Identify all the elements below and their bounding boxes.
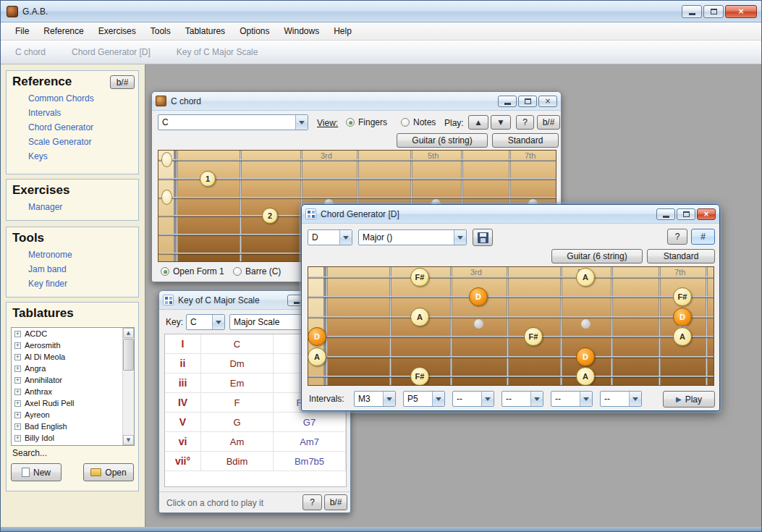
menu-file[interactable]: File [8, 23, 36, 39]
key-select[interactable]: C [186, 314, 225, 330]
tab-key-of-c-major-scale[interactable]: Key of C Major Scale [177, 47, 258, 57]
notes-radio[interactable]: Notes [401, 117, 436, 127]
interval-combo-2[interactable]: P5 [403, 391, 445, 407]
tablature-item-bad-english[interactable]: +Bad English [12, 421, 134, 432]
minimize-button[interactable] [656, 208, 675, 220]
note-a-string-5[interactable]: A [308, 347, 326, 366]
chord-select[interactable]: C [158, 114, 308, 130]
minimize-button[interactable] [682, 5, 702, 18]
close-button[interactable]: × [725, 5, 757, 18]
note-a-string-4[interactable]: A [673, 327, 692, 346]
menu-windows[interactable]: Windows [276, 23, 326, 39]
reference-scale-generator[interactable]: Scale Generator [7, 135, 138, 149]
flat-sharp-toggle-button[interactable]: b/# [324, 494, 347, 510]
chord-type-select[interactable]: Major () [358, 229, 467, 245]
root-note-select[interactable]: D [308, 229, 352, 245]
scrollbar[interactable]: ▲ ▼ [122, 328, 134, 445]
interval-combo-5[interactable]: -- [551, 391, 593, 407]
guitar-tuning-button[interactable]: Guitar (6 string) [551, 249, 643, 263]
expand-plus-icon[interactable]: + [14, 435, 21, 442]
chord-cell[interactable]: C [201, 334, 274, 353]
note-fsharp-string-1[interactable]: F# [410, 268, 429, 287]
search-label[interactable]: Search... [12, 448, 47, 458]
chord-cell[interactable]: G [201, 413, 274, 431]
barre-form-radio[interactable]: Barre (C) [233, 266, 281, 276]
help-button[interactable]: ? [516, 115, 534, 130]
open-button[interactable]: Open [83, 463, 134, 481]
interval-combo-3[interactable]: -- [452, 391, 494, 407]
tablature-item-aerosmith[interactable]: +Aerosmith [12, 339, 134, 351]
standard-tuning-button[interactable]: Standard [492, 133, 559, 148]
expand-plus-icon[interactable]: + [14, 389, 21, 395]
play-up-button[interactable]: ▲ [468, 115, 488, 130]
expand-plus-icon[interactable]: + [14, 331, 21, 337]
expand-plus-icon[interactable]: + [14, 366, 21, 372]
root-note-d-string-5[interactable]: D [576, 347, 595, 366]
maximize-button[interactable] [518, 96, 537, 107]
standard-tuning-button[interactable]: Standard [647, 249, 715, 263]
expand-plus-icon[interactable]: + [14, 354, 21, 360]
root-note-d-string-4[interactable]: D [308, 327, 326, 346]
tablature-item-anthrax[interactable]: +Anthrax [12, 386, 134, 397]
maximize-button[interactable] [703, 5, 724, 18]
tablature-item-annihilator[interactable]: +Annihilator [12, 374, 134, 386]
open-form-radio[interactable]: Open Form 1 [161, 266, 224, 276]
seventh-chord-cell[interactable]: Bm7b5 [274, 452, 346, 470]
finger-marker-1[interactable]: 1 [200, 171, 216, 187]
expand-plus-icon[interactable]: + [14, 377, 21, 384]
scrollbar-thumb[interactable] [123, 339, 134, 371]
exercises-manager[interactable]: Manager [7, 200, 138, 214]
reference-common-chords[interactable]: Common Chords [7, 91, 138, 106]
reference-chord-generator[interactable]: Chord Generator [7, 120, 138, 135]
play-button[interactable]: ▶Play [663, 391, 715, 408]
note-fsharp-string-4[interactable]: F# [524, 327, 543, 346]
tools-jam-band[interactable]: Jam band [7, 262, 138, 276]
note-fsharp-string-2[interactable]: F# [673, 287, 692, 306]
menu-reference[interactable]: Reference [36, 23, 90, 39]
tools-key-finder[interactable]: Key finder [7, 276, 138, 291]
save-button[interactable] [473, 229, 493, 246]
expand-plus-icon[interactable]: + [14, 423, 21, 430]
flat-sharp-toggle-button[interactable]: b/# [537, 115, 560, 130]
menu-help[interactable]: Help [326, 23, 359, 39]
finger-marker-2[interactable]: 2 [262, 208, 278, 224]
interval-combo-4[interactable]: -- [501, 391, 543, 407]
tablature-list[interactable]: ▲ ▼ +ACDC+Aerosmith+Al Di Meola+Angra+An… [11, 327, 135, 446]
scroll-up-icon[interactable]: ▲ [123, 328, 134, 338]
tablature-item-ayreon[interactable]: +Ayreon [12, 409, 134, 421]
new-button[interactable]: New [11, 463, 62, 481]
chord-generator-titlebar[interactable]: Chord Generator [D] × [302, 205, 719, 224]
scroll-down-icon[interactable]: ▼ [123, 435, 134, 445]
tablature-item-acdc[interactable]: +ACDC [12, 328, 134, 339]
generator-fretboard[interactable]: 3rd5th7thF#ADF#ADDF#AADF#A [308, 266, 714, 386]
chord-cell[interactable]: Dm [201, 354, 274, 373]
menu-options[interactable]: Options [232, 23, 276, 39]
menu-tablatures[interactable]: Tablatures [178, 23, 232, 39]
root-note-d-string-2[interactable]: D [469, 287, 488, 306]
note-fsharp-string-6[interactable]: F# [410, 367, 429, 386]
chord-cell[interactable]: Em [201, 373, 274, 392]
seventh-chord-cell[interactable]: G7 [274, 413, 346, 431]
expand-plus-icon[interactable]: + [14, 400, 21, 407]
seventh-chord-cell[interactable]: Am7 [274, 432, 346, 451]
maximize-button[interactable] [677, 208, 695, 220]
flat-sharp-button[interactable]: b/# [110, 75, 135, 89]
tablature-item-axel-rudi-pell[interactable]: +Axel Rudi Pell [12, 397, 134, 409]
fingers-radio[interactable]: Fingers [346, 117, 387, 127]
chord-cell[interactable]: Am [201, 432, 274, 451]
menu-exercises[interactable]: Exercises [91, 23, 143, 39]
note-a-string-1[interactable]: A [576, 268, 595, 287]
expand-plus-icon[interactable]: + [14, 342, 21, 349]
c-chord-titlebar[interactable]: C chord × [152, 92, 561, 111]
interval-combo-1[interactable]: M3 [354, 391, 396, 407]
reference-keys[interactable]: Keys [7, 149, 138, 164]
play-down-button[interactable]: ▼ [491, 115, 511, 130]
tablature-item-billy-idol[interactable]: +Billy Idol [12, 432, 134, 444]
tablature-item-angra[interactable]: +Angra [12, 363, 134, 374]
tab-c-chord[interactable]: C chord [15, 47, 46, 57]
chord-generator-window[interactable]: Chord Generator [D] × D Major () ? # Gui… [301, 204, 720, 411]
reference-intervals[interactable]: Intervals [7, 106, 138, 120]
minimize-button[interactable] [498, 96, 517, 107]
menu-tools[interactable]: Tools [143, 23, 178, 39]
help-button[interactable]: ? [302, 494, 322, 510]
